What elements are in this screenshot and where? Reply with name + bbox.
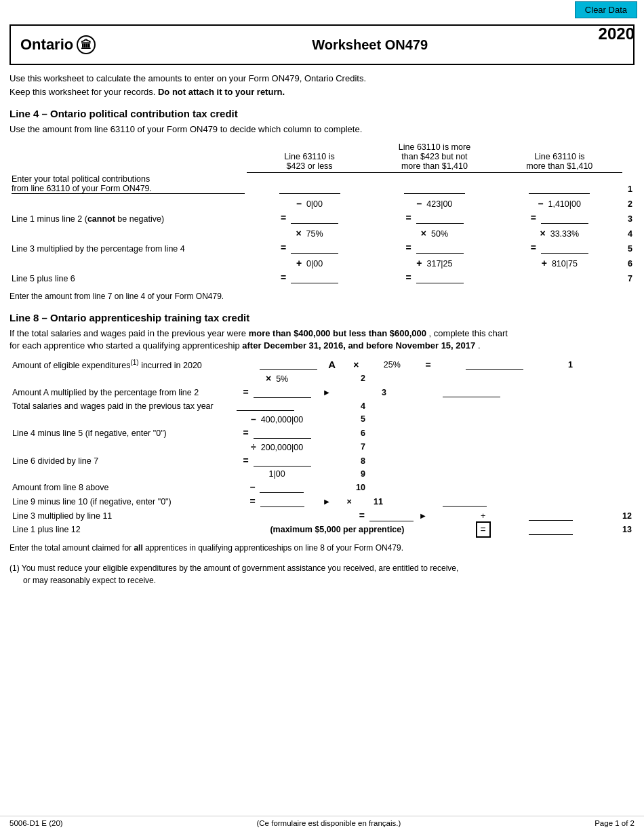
line4-row5-input-a[interactable]: [291, 243, 338, 254]
line4-row1-input-b[interactable]: [404, 184, 465, 194]
line4-row2-val-a: 0|00: [306, 199, 323, 209]
line4-header-label: [9, 141, 247, 173]
line4-header-col-c: Line 63110 ismore than $1,410: [497, 141, 622, 173]
line8-row3-arrow: ►: [320, 385, 368, 399]
line8-row7-label: [9, 440, 234, 454]
minus-op-10: –: [250, 481, 256, 492]
minus-op-c: –: [538, 198, 544, 209]
line4-row3-input-a[interactable]: [291, 214, 338, 224]
line8-row10-num: 10: [320, 480, 368, 494]
ontario-logo-icon: 🏛: [77, 35, 96, 54]
line8-row13-maxlabel: (maximum $5,000 per apprentice): [234, 523, 440, 536]
line4-row7-a: =: [247, 270, 371, 285]
eq-op-12: =: [359, 510, 365, 521]
line8-row13-input[interactable]: [529, 525, 573, 535]
eq-op-6: =: [243, 427, 249, 438]
line8-row1-result-input[interactable]: [466, 359, 523, 370]
times-op-a4: ×: [296, 228, 301, 239]
line8-row7: ÷ 200,000|00 7: [9, 440, 635, 454]
line8-row2-empty: [368, 372, 576, 385]
line4-row6-a: + 0|00: [247, 255, 371, 270]
line4-row5-input-b[interactable]: [416, 243, 464, 254]
line8-row3-input[interactable]: [254, 388, 311, 398]
line8-row8-num: 8: [320, 454, 368, 468]
minus-op-5: –: [251, 414, 256, 424]
line8-row9-val-cell: 1|00: [234, 468, 319, 480]
line4-row5: Line 3 multiplied by the percentage from…: [9, 240, 635, 255]
line4-desc: Use the amount from line 63110 of your F…: [9, 123, 635, 136]
minus-op-a: –: [296, 198, 302, 209]
line4-row7-input-b[interactable]: [416, 273, 464, 283]
plus-op-a6: +: [296, 258, 302, 269]
line4-row7-b: =: [372, 270, 497, 285]
div-op-7: ÷: [251, 441, 256, 452]
line8-row12-result-input[interactable]: [529, 511, 573, 521]
line8-row13: Line 1 plus line 12 (maximum $5,000 per …: [9, 523, 635, 536]
enter-all-bold: all: [134, 543, 142, 553]
line8-row10-empty: [368, 480, 635, 494]
line8-row11-result: [440, 494, 575, 509]
line8-row7-num: 7: [320, 440, 368, 454]
line4-row4-pct-a: 75%: [306, 229, 323, 239]
line4-header-col-a: Line 63110 is$423 or less: [247, 141, 371, 173]
line8-row12-input[interactable]: [369, 511, 414, 521]
line8-row4-input[interactable]: [237, 401, 294, 411]
line8-row3-result-input[interactable]: [443, 387, 500, 397]
line4-row3-input-c[interactable]: [541, 214, 588, 224]
clear-data-button[interactable]: Clear Data: [575, 1, 637, 18]
ontario-logo: Ontario 🏛: [20, 35, 96, 54]
pct5-val: 5%: [276, 374, 288, 384]
line4-header-num: [622, 141, 635, 173]
line8-row3: Amount A multiplied by the percentage fr…: [9, 385, 635, 399]
minus-op-b: –: [417, 198, 422, 209]
line8-row10-input[interactable]: [260, 483, 304, 493]
line8-row11-input[interactable]: [260, 497, 304, 507]
line4-row1-input-c[interactable]: [529, 184, 590, 194]
line8-row1-input[interactable]: [260, 359, 317, 370]
line4-row7-input-a[interactable]: [291, 273, 338, 283]
line8-row8: Line 6 divided by line 7 = 8: [9, 454, 635, 468]
line4-row5-label: Line 3 multiplied by the percentage from…: [9, 240, 247, 255]
max-per-app-label: (maximum $5,000 per apprentice): [270, 525, 404, 534]
line8-row13-eq-box: =: [440, 523, 525, 536]
header-box: Ontario 🏛 Worksheet ON479: [9, 24, 635, 65]
line8-row10: Amount from line 8 above – 10: [9, 480, 635, 494]
line4-row2-a: – 0|00: [247, 195, 371, 210]
line8-row1-pct25: 25%: [368, 357, 416, 372]
amt-elig-label: Amount of eligible expenditures: [12, 361, 130, 370]
line8-row1-eq: =: [416, 357, 441, 372]
line8-row11-result-input[interactable]: [443, 496, 487, 507]
line4-row3-c: =: [497, 210, 622, 225]
line4-row1-label: Enter your total political contributions…: [9, 173, 247, 195]
line8-row1-result-cell: [440, 357, 525, 372]
line8-row12-eq-cell: =: [320, 509, 416, 523]
line8-row12-empty1: [234, 509, 319, 523]
line8-row9-empty: [368, 468, 635, 480]
line4-row5-input-c[interactable]: [541, 243, 588, 254]
note1-line2: or may reasonably expect to receive.: [9, 574, 635, 587]
line8-row10-label: Amount from line 8 above: [9, 480, 234, 494]
line4-row1-b: [372, 173, 497, 195]
line4-row1-input-a[interactable]: [279, 184, 340, 194]
line8-row4: Total salaries and wages paid in the pre…: [9, 399, 635, 412]
line8-row1-times: ×: [344, 357, 368, 372]
line4-row1-a: [247, 173, 371, 195]
eq-op-c3: =: [531, 212, 536, 223]
line8-row12-num: 12: [576, 509, 635, 523]
line8-row2-extra: [576, 372, 635, 385]
line4-row7-label: Line 5 plus line 6: [9, 270, 247, 285]
line4-row3-num: 3: [622, 210, 635, 225]
line4-row6-val-c: 810|75: [552, 259, 578, 269]
line8-row12-result: [526, 509, 576, 523]
line4-row3-input-b[interactable]: [416, 214, 464, 224]
line8-row3-num: 3: [368, 385, 441, 399]
line8-row8-input[interactable]: [254, 456, 311, 466]
line4-row5-a: =: [247, 240, 371, 255]
line8-row6-input[interactable]: [254, 429, 311, 439]
line8-row1-label: Amount of eligible expenditures(1) incur…: [9, 357, 234, 372]
line8-desc2-end: .: [478, 340, 481, 351]
line8-row2-label: [9, 372, 234, 385]
line8-row5-val-cell: – 400,000|00: [234, 412, 319, 426]
line8-row7-val-cell: ÷ 200,000|00: [234, 440, 319, 454]
line4-row4-pct-c: 33.33%: [550, 229, 579, 239]
